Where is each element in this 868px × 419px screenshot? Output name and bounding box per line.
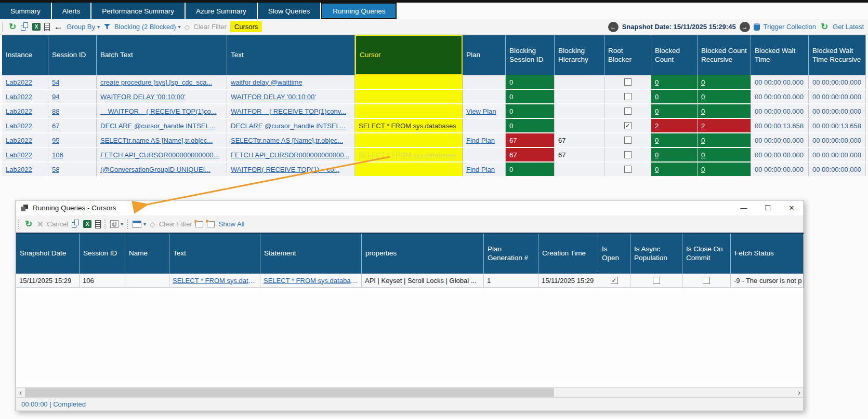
blocked-count-recursive-link[interactable]: 0 [701, 78, 705, 86]
popup-column-header-is_async_population[interactable]: Is Async Population [630, 234, 682, 274]
text-link[interactable]: WAITFOR DELAY '00:10:00' [231, 93, 316, 101]
column-chooser-icon[interactable] [44, 23, 50, 31]
session-id-link[interactable]: 95 [52, 137, 59, 144]
popup-column-chooser-icon[interactable] [95, 220, 101, 228]
blocked-count-link[interactable]: 0 [655, 78, 659, 86]
session-id-link[interactable]: 58 [52, 166, 59, 173]
minimize-button[interactable]: — [732, 200, 756, 215]
text-link[interactable]: SELECTtr.name AS [Name],tr.objec... [231, 137, 343, 144]
blocked-count-link[interactable]: 0 [655, 93, 659, 101]
session-id-link[interactable]: 106 [52, 151, 63, 159]
batch-text-link[interactable]: (@ConversationGroupID UNIQUEI... [100, 166, 211, 173]
grid-view-caret-icon[interactable]: ▾ [143, 221, 146, 227]
popup-column-header-creation_time[interactable]: Creation Time [538, 234, 598, 274]
pop-out-icon[interactable] [195, 221, 203, 227]
scroll-right-icon[interactable]: › [795, 388, 804, 397]
snapshot-next-icon[interactable]: → [740, 22, 750, 32]
blocked-count-recursive-link[interactable]: 0 [701, 137, 705, 144]
root-blocker-checkbox[interactable] [624, 137, 632, 144]
popup-column-header-properties[interactable]: properties [362, 234, 484, 274]
cancel-icon[interactable]: ✕ [37, 220, 44, 229]
text-link[interactable]: WAITFOR ( RECEIVE TOP(1)conv... [231, 107, 346, 115]
popup-column-header-is_open[interactable]: Is Open [598, 234, 630, 274]
blocked-count-recursive-link[interactable]: 0 [701, 93, 705, 101]
refresh-icon[interactable]: ↻ [8, 21, 17, 32]
instance-link[interactable]: Lab2022 [6, 122, 32, 130]
plan-link[interactable]: Find Plan [466, 137, 495, 144]
session-id-link[interactable]: 94 [52, 93, 59, 101]
root-blocker-checkbox[interactable] [624, 107, 632, 115]
instance-link[interactable]: Lab2022 [6, 93, 32, 101]
blocked-count-recursive-link[interactable]: 2 [701, 122, 705, 130]
blocked-count-link[interactable]: 0 [655, 137, 659, 144]
instance-link[interactable]: Lab2022 [6, 151, 32, 159]
popup-clear-filter-button[interactable]: Clear Filter [159, 220, 192, 228]
blocked-count-recursive-link[interactable]: 0 [701, 107, 705, 115]
tab-summary[interactable]: Summary [0, 3, 51, 19]
tab-alerts[interactable]: Alerts [52, 3, 91, 19]
text-link[interactable]: FETCH API_CURSOR000000000000... [231, 151, 349, 159]
text-link[interactable]: DECLARE @cursor_handle INTSEL... [231, 122, 346, 130]
maximize-button[interactable]: ☐ [756, 200, 780, 215]
scroll-left-icon[interactable]: ‹ [16, 388, 25, 397]
close-button[interactable]: ✕ [780, 200, 804, 215]
mail-grid-icon[interactable]: @ [110, 220, 119, 228]
blocked-count-recursive-link[interactable]: 0 [701, 166, 705, 173]
column-header-instance[interactable]: Instance [2, 35, 48, 75]
popup-column-header-fetch_status[interactable]: Fetch Status [731, 234, 804, 274]
clear-filter-button[interactable]: Clear Filter [193, 23, 227, 31]
column-header-blocking_hierarchy[interactable]: Blocking Hierarchy [555, 35, 604, 75]
column-header-root_blocker[interactable]: Root Blocker [604, 35, 651, 75]
copy-icon[interactable] [21, 22, 29, 31]
is-close-on-commit-checkbox[interactable] [703, 277, 710, 284]
popup-text-link[interactable]: SELECT * FROM sys.databases [173, 277, 257, 285]
batch-text-link[interactable]: WAITFOR ( RECEIVE TOP(1)co... [100, 107, 217, 115]
popup-excel-export-icon[interactable]: X [83, 220, 91, 228]
popup-toolbar-grip[interactable] [18, 220, 20, 229]
session-id-link[interactable]: 88 [52, 107, 59, 115]
popup-statement-link[interactable]: SELECT * FROM sys.databases [264, 277, 358, 285]
popup-titlebar[interactable]: Running Queries - Cursors — ☐ ✕ [16, 200, 804, 216]
is-async-population-checkbox[interactable] [653, 277, 660, 284]
column-header-session_id[interactable]: Session ID [48, 35, 97, 75]
root-blocker-checkbox[interactable] [624, 78, 632, 86]
get-latest-icon[interactable]: ↻ [820, 21, 829, 32]
blocked-count-recursive-link[interactable]: 0 [701, 151, 705, 159]
column-header-cursor[interactable]: Cursor [355, 35, 463, 75]
column-header-batch_text[interactable]: Batch Text [97, 35, 227, 75]
blocked-count-link[interactable]: 0 [655, 151, 659, 159]
batch-text-link[interactable]: WAITFOR DELAY '00:10:00' [100, 93, 186, 101]
is-open-checkbox[interactable] [611, 277, 618, 284]
popup-column-header-name[interactable]: Name [125, 234, 169, 274]
plan-link[interactable]: View Plan [466, 107, 496, 115]
cursor-link[interactable]: SELECT * FROM sys.databases [359, 151, 456, 159]
scrollbar-thumb[interactable] [25, 388, 554, 397]
group-by-button[interactable]: Group By [67, 23, 95, 31]
pop-out-new-icon[interactable] [207, 221, 215, 227]
popup-column-header-snapshot_date[interactable]: Snapshot Date [16, 234, 80, 274]
trigger-collection-button[interactable]: Trigger Collection [764, 23, 816, 31]
session-id-link[interactable]: 54 [52, 78, 59, 86]
instance-link[interactable]: Lab2022 [6, 137, 32, 144]
column-header-text[interactable]: Text [227, 35, 355, 75]
popup-column-header-plan_generation[interactable]: Plan Generation # [484, 234, 538, 274]
tab-azure-summary[interactable]: Azure Summary [186, 3, 257, 19]
popup-copy-icon[interactable] [72, 220, 80, 228]
root-blocker-checkbox[interactable] [624, 166, 632, 173]
tab-slow-queries[interactable]: Slow Queries [258, 3, 320, 19]
root-blocker-checkbox[interactable] [624, 122, 632, 129]
column-header-blocking_session_id[interactable]: Blocking Session ID [506, 35, 555, 75]
batch-text-link[interactable]: create procedure [sys].[sp_cdc_sca... [100, 78, 212, 86]
instance-link[interactable]: Lab2022 [6, 78, 32, 86]
get-latest-button[interactable]: Get Latest [833, 23, 864, 31]
popup-column-header-statement[interactable]: Statement [260, 234, 362, 274]
excel-export-icon[interactable]: X [32, 23, 41, 31]
horizontal-scrollbar[interactable]: ‹ › [16, 387, 804, 397]
blocked-count-link[interactable]: 2 [655, 122, 659, 130]
trigger-collection-icon[interactable] [754, 23, 760, 31]
blocked-count-link[interactable]: 0 [655, 166, 659, 173]
popup-column-header-session_id[interactable]: Session ID [80, 234, 125, 274]
column-header-blocked_count[interactable]: Blocked Count [651, 35, 698, 75]
cancel-button[interactable]: Cancel [47, 220, 68, 228]
mail-grid-caret-icon[interactable]: ▾ [121, 221, 123, 227]
